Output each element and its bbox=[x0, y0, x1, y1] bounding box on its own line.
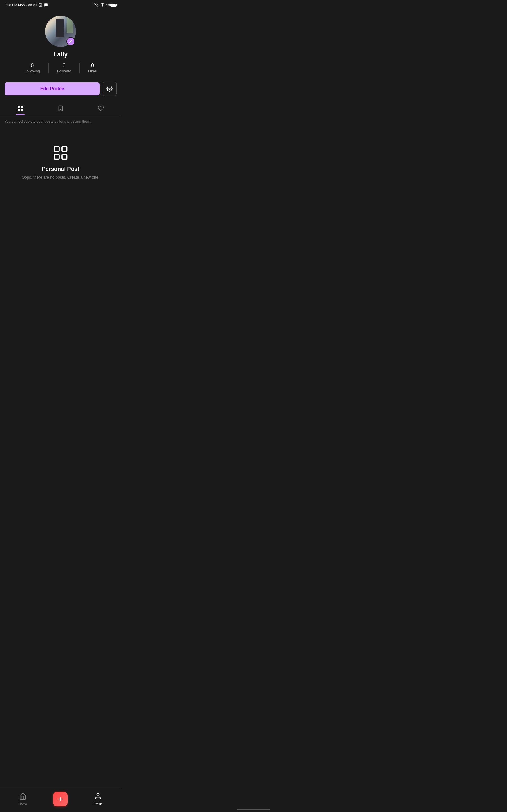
svg-rect-11 bbox=[54, 154, 59, 159]
follower-count: 0 bbox=[62, 63, 65, 68]
username: Lally bbox=[54, 51, 68, 58]
svg-rect-9 bbox=[54, 147, 59, 152]
tab-bookmarks[interactable] bbox=[40, 102, 80, 115]
tabs-row bbox=[0, 101, 121, 115]
following-stat[interactable]: 0 Following bbox=[16, 63, 48, 73]
heart-icon bbox=[98, 105, 104, 111]
bookmark-icon bbox=[57, 105, 64, 111]
avatar-container bbox=[45, 16, 76, 47]
battery-indicator: 90 bbox=[107, 3, 117, 7]
wifi-icon bbox=[100, 3, 105, 7]
edit-avatar-button[interactable] bbox=[66, 37, 75, 46]
svg-point-1 bbox=[40, 4, 41, 6]
following-count: 0 bbox=[31, 63, 34, 68]
stats-row: 0 Following 0 Follower 0 Likes bbox=[6, 63, 115, 73]
edit-profile-button[interactable]: Edit Profile bbox=[4, 82, 100, 95]
grid-icon bbox=[17, 105, 24, 112]
svg-point-4 bbox=[109, 88, 110, 90]
empty-grid-icon bbox=[52, 144, 69, 161]
follower-stat[interactable]: 0 Follower bbox=[49, 63, 79, 73]
svg-point-3 bbox=[102, 6, 103, 7]
message-icon bbox=[44, 3, 48, 7]
profile-section: Lally 0 Following 0 Follower 0 Likes bbox=[0, 10, 121, 82]
likes-stat[interactable]: 0 Likes bbox=[80, 63, 105, 73]
screenshot-icon bbox=[38, 3, 42, 7]
empty-state: Personal Post Oops, there are no posts. … bbox=[0, 128, 121, 197]
settings-button[interactable] bbox=[103, 82, 117, 96]
status-time: 3:58 PM Mon, Jan 29 bbox=[4, 3, 48, 7]
empty-state-title: Personal Post bbox=[42, 166, 79, 172]
likes-label: Likes bbox=[88, 69, 97, 73]
follower-label: Follower bbox=[57, 69, 71, 73]
action-row: Edit Profile bbox=[0, 82, 121, 96]
mute-icon bbox=[94, 3, 99, 7]
following-label: Following bbox=[24, 69, 40, 73]
main-content: You can edit/delete your posts by long p… bbox=[0, 115, 121, 254]
svg-rect-7 bbox=[18, 109, 20, 111]
likes-count: 0 bbox=[91, 63, 94, 68]
tab-posts[interactable] bbox=[0, 101, 40, 115]
info-text: You can edit/delete your posts by long p… bbox=[0, 115, 121, 128]
svg-rect-6 bbox=[21, 106, 23, 108]
tab-likes[interactable] bbox=[81, 102, 121, 115]
svg-rect-10 bbox=[62, 147, 67, 152]
svg-rect-8 bbox=[21, 109, 23, 111]
settings-icon bbox=[107, 86, 113, 92]
empty-state-subtitle: Oops, there are no posts. Create a new o… bbox=[22, 175, 100, 180]
svg-rect-5 bbox=[18, 106, 20, 108]
svg-line-2 bbox=[94, 3, 98, 7]
svg-rect-12 bbox=[62, 154, 67, 159]
pencil-icon bbox=[69, 40, 73, 43]
status-right-icons: 90 bbox=[94, 3, 117, 7]
status-bar: 3:58 PM Mon, Jan 29 90 bbox=[0, 0, 121, 10]
